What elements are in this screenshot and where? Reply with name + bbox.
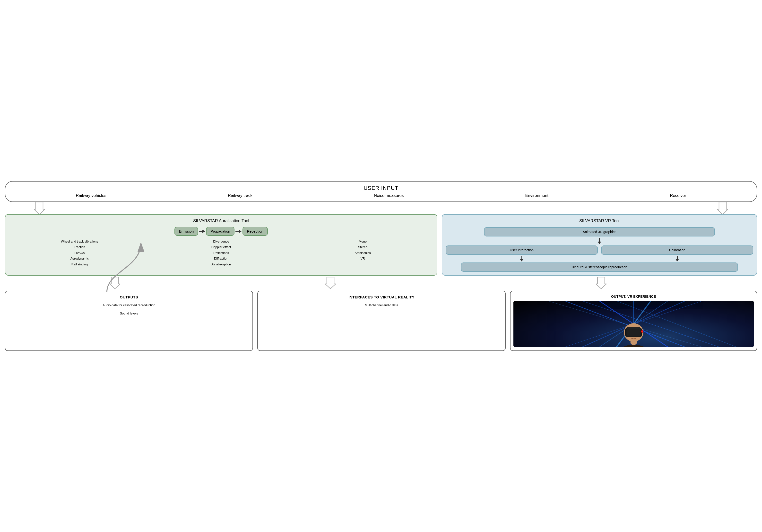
process-row: Emission Propagation Reception bbox=[9, 227, 433, 236]
interfaces-box: INTERFACES TO VIRTUAL REALITY Multichann… bbox=[257, 291, 505, 351]
pd-4: Diffraction bbox=[150, 256, 292, 261]
propagation-details: Divergence Doppler effect Reflections Di… bbox=[150, 239, 292, 267]
arrow-outputs bbox=[110, 277, 120, 290]
item-railway-vehicles: Railway vehicles bbox=[76, 193, 107, 198]
calibration-box: Calibration bbox=[601, 246, 753, 255]
svg-marker-0 bbox=[34, 202, 45, 215]
user-interaction-box: User interaction bbox=[446, 246, 598, 255]
ed-1: Wheel and track vibrations bbox=[9, 239, 150, 244]
ed-4: Aerodynamic bbox=[9, 256, 150, 261]
vr-arrows-2 bbox=[446, 256, 753, 262]
item-environment: Environment bbox=[525, 193, 548, 198]
interfaces-title: INTERFACES TO VIRTUAL REALITY bbox=[261, 295, 501, 299]
vr-arrow2b bbox=[601, 256, 753, 262]
reception-details: Mono Stereo Ambisonics VR bbox=[292, 239, 433, 267]
vr-middle-row: User interaction Calibration bbox=[446, 246, 753, 255]
item-railway-track: Railway track bbox=[228, 193, 253, 198]
emission-details: Wheel and track vibrations Traction HVAC… bbox=[9, 239, 150, 267]
outputs-item1: Audio data for calibrated reproduction bbox=[9, 302, 249, 308]
binaural-box: Binaural & stereoscopic reproduction bbox=[461, 263, 738, 272]
svg-marker-2 bbox=[110, 277, 120, 289]
outputs-title: OUTPUTS bbox=[9, 295, 249, 299]
top-arrows bbox=[5, 202, 757, 214]
svg-rect-24 bbox=[626, 329, 641, 336]
item-noise-measures: Noise measures bbox=[374, 193, 404, 198]
rd-2: Stereo bbox=[292, 244, 433, 250]
emission-box: Emission bbox=[175, 227, 198, 236]
ed-5: Rail singing bbox=[9, 262, 150, 267]
pd-3: Reflections bbox=[150, 250, 292, 256]
pd-1: Divergence bbox=[150, 239, 292, 244]
rd-1: Mono bbox=[292, 239, 433, 244]
svg-marker-4 bbox=[596, 277, 606, 289]
svg-marker-3 bbox=[325, 277, 336, 289]
arrow-interfaces bbox=[325, 277, 336, 290]
ed-2: Traction bbox=[9, 244, 150, 250]
user-input-section: USER INPUT Railway vehicles Railway trac… bbox=[5, 181, 757, 202]
arrow-left bbox=[34, 202, 45, 214]
vr-flow: Animated 3D graphics User interaction Ca… bbox=[446, 227, 753, 272]
interfaces-content: Multichannel audio data bbox=[261, 302, 501, 308]
outputs-box: OUTPUTS Audio data for calibrated reprod… bbox=[5, 291, 253, 351]
arrow-right bbox=[717, 202, 728, 214]
bottom-arrows-row bbox=[5, 277, 757, 290]
svg-point-15 bbox=[614, 344, 653, 347]
pd-5: Air absorption bbox=[150, 262, 292, 267]
output-vr-box: OUTPUT: VR EXPERIENCE bbox=[510, 291, 757, 351]
vr-person-svg bbox=[513, 301, 754, 347]
bottom-arrows-and-outputs: OUTPUTS Audio data for calibrated reprod… bbox=[5, 277, 757, 351]
pd-2: Doppler effect bbox=[150, 244, 292, 250]
rd-4: VR bbox=[292, 256, 433, 261]
vr-tool: SILVARSTAR VR Tool Animated 3D graphics … bbox=[442, 214, 757, 275]
ed-3: HVACs bbox=[9, 250, 150, 256]
diagram: USER INPUT Railway vehicles Railway trac… bbox=[5, 181, 757, 351]
propagation-box: Propagation bbox=[206, 227, 235, 236]
detail-cols: Wheel and track vibrations Traction HVAC… bbox=[9, 239, 433, 267]
svg-rect-21 bbox=[627, 327, 640, 329]
output-boxes-row: OUTPUTS Audio data for calibrated reprod… bbox=[5, 291, 757, 351]
interfaces-item1: Multichannel audio data bbox=[261, 302, 501, 308]
aural-arrows bbox=[5, 277, 441, 290]
aural-title: SILVARSTAR Auralisation Tool bbox=[9, 218, 433, 223]
item-receiver: Receiver bbox=[670, 193, 686, 198]
vr-title: SILVARSTAR VR Tool bbox=[446, 218, 753, 223]
svg-marker-1 bbox=[717, 202, 728, 215]
auralisation-tool: SILVARSTAR Auralisation Tool Emission Pr… bbox=[5, 214, 437, 275]
svg-point-23 bbox=[641, 331, 643, 332]
tools-section: SILVARSTAR Auralisation Tool Emission Pr… bbox=[5, 214, 757, 275]
user-input-box: USER INPUT Railway vehicles Railway trac… bbox=[5, 181, 757, 202]
reception-box: Reception bbox=[243, 227, 268, 236]
vr-photo bbox=[513, 301, 754, 347]
vr-bottom-arrow bbox=[445, 277, 757, 290]
animated-3d-box: Animated 3D graphics bbox=[484, 227, 715, 237]
outputs-item2: Sound levels bbox=[9, 310, 249, 317]
user-input-items: Railway vehicles Railway track Noise mea… bbox=[15, 193, 747, 198]
output-vr-title: OUTPUT: VR EXPERIENCE bbox=[513, 295, 754, 298]
vr-arrow1 bbox=[598, 238, 601, 244]
rd-3: Ambisonics bbox=[292, 250, 433, 256]
vr-arrow2a bbox=[446, 256, 598, 262]
arrow-emission-propagation bbox=[199, 230, 205, 233]
outputs-content: Audio data for calibrated reproduction S… bbox=[9, 302, 249, 317]
user-input-title: USER INPUT bbox=[15, 185, 747, 191]
arrow-propagation-reception bbox=[235, 230, 242, 233]
